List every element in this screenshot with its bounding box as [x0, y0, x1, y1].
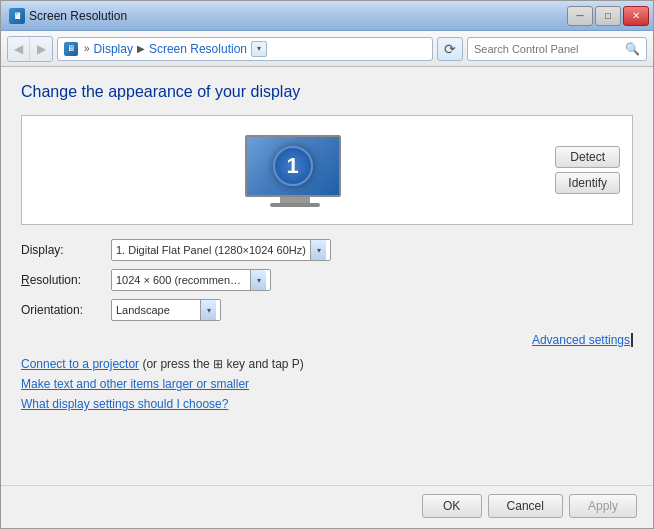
title-bar: 🖥 Screen Resolution ─ □ ✕ [1, 1, 653, 31]
window: 🖥 Screen Resolution ─ □ ✕ ◀ ▶ 🖥 » Displa… [0, 0, 654, 529]
text-size-link[interactable]: Make text and other items larger or smal… [21, 377, 249, 391]
minimize-button[interactable]: ─ [567, 6, 593, 26]
resolution-dropdown-text: 1024 × 600 (recommended) [116, 274, 246, 286]
cursor-indicator [631, 333, 633, 347]
resolution-label: RResolution:esolution: [21, 273, 111, 287]
monitor-side-buttons: Detect Identify [555, 146, 620, 194]
connect-projector-desc: (or press the ⊞ key and tap P) [142, 357, 303, 371]
cancel-button[interactable]: Cancel [488, 494, 563, 518]
apply-button[interactable]: Apply [569, 494, 637, 518]
monitor-base [270, 203, 320, 207]
orientation-row: Orientation: Landscape ▾ [21, 299, 633, 321]
orientation-dropdown[interactable]: Landscape ▾ [111, 299, 221, 321]
display-dropdown[interactable]: 1. Digital Flat Panel (1280×1024 60Hz) ▾ [111, 239, 331, 261]
monitor-number: 1 [273, 146, 313, 186]
advanced-settings-link[interactable]: Advanced settings [532, 333, 630, 347]
maximize-button[interactable]: □ [595, 6, 621, 26]
forward-button[interactable]: ▶ [30, 37, 52, 61]
resolution-dropdown-arrow[interactable]: ▾ [250, 270, 266, 290]
resolution-label-underline: R [21, 273, 30, 287]
orientation-dropdown-arrow[interactable]: ▾ [200, 300, 216, 320]
resolution-row: RResolution:esolution: 1024 × 600 (recom… [21, 269, 633, 291]
advanced-link-row: Advanced settings [21, 333, 633, 347]
monitor-screen: 1 [245, 135, 341, 197]
breadcrumb-screen-resolution[interactable]: Screen Resolution [149, 42, 247, 56]
display-dropdown-arrow[interactable]: ▾ [310, 240, 326, 260]
refresh-button[interactable]: ⟳ [437, 37, 463, 61]
detect-button[interactable]: Detect [555, 146, 620, 168]
display-control: 1. Digital Flat Panel (1280×1024 60Hz) ▾ [111, 239, 331, 261]
resolution-control: 1024 × 600 (recommended) ▾ [111, 269, 271, 291]
display-label: Display: [21, 243, 111, 257]
monitor-preview: 1 [34, 135, 555, 205]
display-settings-link[interactable]: What display settings should I choose? [21, 397, 228, 411]
identify-button[interactable]: Identify [555, 172, 620, 194]
link-row-2: Make text and other items larger or smal… [21, 377, 633, 391]
display-row: Display: 1. Digital Flat Panel (1280×102… [21, 239, 633, 261]
breadcrumb-display[interactable]: Display [94, 42, 133, 56]
orientation-control: Landscape ▾ [111, 299, 221, 321]
link-row-1: Connect to a projector (or press the ⊞ k… [21, 357, 633, 371]
breadcrumb[interactable]: 🖥 » Display ▶ Screen Resolution ▾ [57, 37, 433, 61]
back-button[interactable]: ◀ [8, 37, 30, 61]
orientation-label: Orientation: [21, 303, 111, 317]
page-title: Change the appearance of your display [21, 83, 633, 101]
breadcrumb-arrow: » [84, 43, 90, 54]
dialog-footer: OK Cancel Apply [1, 485, 653, 528]
search-icon: 🔍 [625, 42, 640, 56]
breadcrumb-arrow2: ▶ [137, 43, 145, 54]
bottom-links: Connect to a projector (or press the ⊞ k… [21, 357, 633, 411]
title-buttons: ─ □ ✕ [567, 6, 649, 26]
display-dropdown-text: 1. Digital Flat Panel (1280×1024 60Hz) [116, 244, 306, 256]
orientation-dropdown-text: Landscape [116, 304, 196, 316]
search-input[interactable] [474, 43, 625, 55]
connect-projector-link[interactable]: Connect to a projector [21, 357, 139, 371]
window-icon: 🖥 [9, 8, 25, 24]
ok-button[interactable]: OK [422, 494, 482, 518]
window-title: Screen Resolution [29, 9, 127, 23]
main-content: Change the appearance of your display 1 … [1, 67, 653, 485]
monitor-image: 1 [245, 135, 345, 205]
monitor-preview-box: 1 Detect Identify [21, 115, 633, 225]
link-row-3: What display settings should I choose? [21, 397, 633, 411]
close-button[interactable]: ✕ [623, 6, 649, 26]
breadcrumb-dropdown[interactable]: ▾ [251, 41, 267, 57]
breadcrumb-icon: 🖥 [64, 42, 78, 56]
resolution-dropdown[interactable]: 1024 × 600 (recommended) ▾ [111, 269, 271, 291]
address-bar: ◀ ▶ 🖥 » Display ▶ Screen Resolution ▾ ⟳ … [1, 31, 653, 67]
nav-button-group: ◀ ▶ [7, 36, 53, 62]
search-box[interactable]: 🔍 [467, 37, 647, 61]
title-bar-left: 🖥 Screen Resolution [9, 8, 127, 24]
